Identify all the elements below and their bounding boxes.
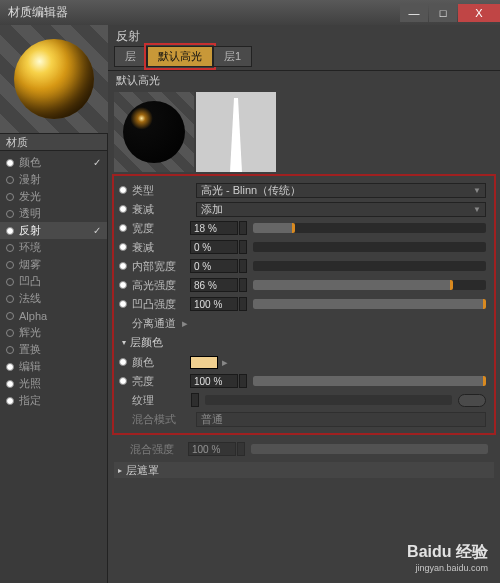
type-dropdown[interactable]: 高光 - Blinn（传统） ▼ [196,183,486,198]
layer-color-header[interactable]: ▾ 层颜色 [116,333,492,352]
param-input[interactable] [190,297,238,311]
channel-颜色[interactable]: 颜色 ✓ [0,154,107,171]
layer-mask-header[interactable]: ▸ 层遮罩 [114,462,494,478]
separate-channels-label: 分离通道 [132,316,176,331]
param-spinner[interactable] [239,297,247,311]
blend-row: 混合模式 普通 [116,410,492,428]
param-spinner[interactable] [239,221,247,235]
channel-label: 编辑 [19,359,101,374]
specular-curve-preview[interactable] [196,92,276,172]
channel-label: 辉光 [19,325,101,340]
section-header: 反射 [108,25,500,43]
param-input[interactable] [190,278,238,292]
brightness-slider[interactable] [253,376,486,386]
main-layout: 颜色 ✓ 漫射 发光 透明 反射 ✓ 环境 烟雾 凹凸 法线 Alpha 辉光 … [0,25,500,583]
chevron-right-icon[interactable]: ▸ [222,356,228,369]
channel-dot-icon [6,210,14,218]
mix-row: 混合强度 [114,440,494,458]
channel-label: 指定 [19,393,101,408]
brightness-row: 亮度 [116,372,492,390]
atten-dropdown[interactable]: 添加 ▼ [196,202,486,217]
chevron-right-icon[interactable]: ▸ [182,317,188,330]
tab-default-specular[interactable]: 默认高光 [147,46,213,67]
layer-color-label: 层颜色 [130,335,163,350]
channel-dot-icon [6,278,14,286]
brightness-dot-icon [119,377,127,385]
param-slider[interactable] [253,261,486,271]
param-slider[interactable] [253,280,486,290]
channel-label: 烟雾 [19,257,101,272]
texture-field[interactable] [205,395,452,405]
channel-反射[interactable]: 反射 ✓ [0,222,107,239]
texture-label: 纹理 [132,393,190,408]
param-row-宽度: 宽度 [116,219,492,237]
material-name-input[interactable] [6,136,107,148]
channel-辉光[interactable]: 辉光 [0,324,107,341]
channel-Alpha[interactable]: Alpha [0,307,107,324]
channel-透明[interactable]: 透明 [0,205,107,222]
params-highlighted-region: 类型 高光 - Blinn（传统） ▼ 衰减 添加 ▼ 宽度 衰减 内部宽 [112,174,496,435]
separate-channels-row: 分离通道 ▸ [116,314,492,332]
brightness-input[interactable] [190,374,238,388]
channel-label: 漫射 [19,172,101,187]
channel-发光[interactable]: 发光 [0,188,107,205]
channel-label: 法线 [19,291,101,306]
layer-sphere-icon [123,101,185,163]
param-input[interactable] [190,221,238,235]
param-input[interactable] [190,259,238,273]
channel-dot-icon [6,380,14,388]
channel-dot-icon [6,397,14,405]
param-spinner[interactable] [239,278,247,292]
channel-凹凸[interactable]: 凹凸 [0,273,107,290]
channel-环境[interactable]: 环境 [0,239,107,256]
param-dot-icon [119,300,127,308]
param-slider[interactable] [253,242,486,252]
param-spinner[interactable] [239,240,247,254]
param-input[interactable] [190,240,238,254]
atten-row: 衰减 添加 ▼ [116,200,492,218]
channel-dot-icon [6,346,14,354]
tab-layer1[interactable]: 层1 [213,46,252,67]
left-panel: 颜色 ✓ 漫射 发光 透明 反射 ✓ 环境 烟雾 凹凸 法线 Alpha 辉光 … [0,25,108,583]
channel-烟雾[interactable]: 烟雾 [0,256,107,273]
material-name-field[interactable] [0,133,107,151]
channel-置换[interactable]: 置换 [0,341,107,358]
triangle-down-icon: ▾ [122,338,126,347]
param-label: 内部宽度 [132,259,190,274]
blend-value: 普通 [201,412,223,427]
param-label: 衰减 [132,240,190,255]
mix-input [188,442,236,456]
param-slider[interactable] [253,299,486,309]
chevron-down-icon: ▼ [473,205,481,214]
texture-browse-button[interactable] [458,394,486,407]
color-label: 颜色 [132,355,190,370]
channel-指定[interactable]: 指定 [0,392,107,409]
material-preview[interactable] [0,25,108,133]
channel-编辑[interactable]: 编辑 [0,358,107,375]
param-dot-icon [119,262,127,270]
channel-光照[interactable]: 光照 [0,375,107,392]
param-slider[interactable] [253,223,486,233]
channel-label: 透明 [19,206,101,221]
channel-list: 颜色 ✓ 漫射 发光 透明 反射 ✓ 环境 烟雾 凹凸 法线 Alpha 辉光 … [0,151,107,412]
param-row-衰减: 衰减 [116,238,492,256]
color-swatch[interactable] [190,356,218,369]
type-value: 高光 - Blinn（传统） [201,183,301,198]
brightness-spinner[interactable] [239,374,247,388]
param-row-高光强度: 高光强度 [116,276,492,294]
channel-label: 颜色 [19,155,93,170]
param-label: 凹凸强度 [132,297,190,312]
check-icon: ✓ [93,225,101,236]
close-button[interactable]: X [458,4,500,22]
channel-漫射[interactable]: 漫射 [0,171,107,188]
tab-layers[interactable]: 层 [114,46,147,67]
layer-preview-sphere[interactable] [114,92,194,172]
texture-spinner[interactable] [191,393,199,407]
channel-label: 发光 [19,189,101,204]
minimize-button[interactable]: — [400,4,428,22]
param-dot-icon [119,224,127,232]
channel-法线[interactable]: 法线 [0,290,107,307]
triangle-right-icon: ▸ [118,466,122,475]
maximize-button[interactable]: □ [429,4,457,22]
param-spinner[interactable] [239,259,247,273]
